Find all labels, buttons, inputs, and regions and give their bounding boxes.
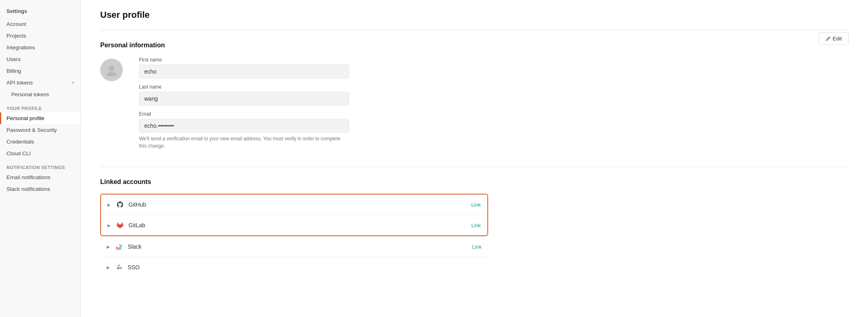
plain-accounts-group: ▶ Slack Link ▶	[100, 236, 488, 277]
chevron-down-icon: ▾	[72, 80, 74, 85]
email-label: Email	[139, 111, 349, 117]
email-group: Email We'll send a verification email to…	[139, 111, 349, 150]
linked-accounts-section: Linked accounts ▶ GitHub Link ▶	[100, 167, 849, 289]
avatar-icon	[105, 64, 118, 76]
sidebar-item-cloud-cli[interactable]: Cloud CLI	[0, 148, 80, 159]
github-link-button[interactable]: Link	[471, 202, 481, 208]
email-input[interactable]	[139, 119, 349, 133]
sidebar-item-personal-profile[interactable]: Personal profile	[0, 112, 80, 124]
sidebar-section-label-profile: Your profile	[0, 100, 80, 112]
sidebar-item-password-security[interactable]: Password & Security	[0, 124, 80, 136]
sidebar-item-email-notifications[interactable]: Email notifications	[0, 171, 80, 183]
gitlab-icon	[116, 221, 124, 230]
sidebar-item-integrations[interactable]: Integrations	[0, 42, 80, 53]
page-title: User profile	[100, 10, 849, 20]
svg-point-1	[107, 72, 116, 76]
github-icon	[116, 200, 124, 209]
edit-button[interactable]: Edit	[819, 32, 849, 45]
svg-point-0	[109, 66, 114, 71]
github-label: GitHub	[129, 201, 146, 208]
slack-icon	[115, 242, 124, 251]
sso-icon	[115, 263, 124, 272]
personal-info-section: Personal information First name Last nam…	[100, 30, 849, 167]
sidebar-item-slack-notifications[interactable]: Slack notifications	[0, 183, 80, 195]
expand-gitlab-icon[interactable]: ▶	[107, 223, 111, 228]
last-name-label: Last name	[139, 84, 349, 90]
pencil-icon	[826, 36, 831, 41]
expand-github-icon[interactable]: ▶	[107, 203, 111, 207]
sidebar-item-users[interactable]: Users	[0, 53, 80, 65]
sso-label: SSO	[128, 264, 140, 271]
sidebar-title: Settings	[0, 6, 80, 18]
linked-account-sso: ▶ SSO	[100, 257, 488, 277]
expand-slack-icon[interactable]: ▶	[107, 245, 110, 249]
slack-label: Slack	[128, 243, 141, 250]
email-note: We'll send a verification email to your …	[139, 135, 349, 150]
sidebar-item-api-tokens[interactable]: API tokens ▾	[0, 77, 80, 89]
linked-accounts-title: Linked accounts	[100, 178, 849, 186]
sidebar-section-label-notifications: Notification settings	[0, 159, 80, 171]
avatar	[100, 59, 123, 81]
profile-form: First name Last name Email We'll send a …	[139, 57, 349, 155]
linked-account-github: ▶ GitHub Link	[101, 194, 487, 215]
sidebar-item-account[interactable]: Account	[0, 18, 80, 30]
first-name-label: First name	[139, 57, 349, 63]
avatar-area	[100, 57, 123, 81]
sidebar-item-personal-tokens[interactable]: Personal tokens	[0, 89, 80, 100]
sidebar: Settings Account Projects Integrations U…	[0, 0, 81, 317]
last-name-group: Last name	[139, 84, 349, 106]
main-content: User profile Edit Personal information F…	[81, 0, 868, 317]
slack-link-button[interactable]: Link	[472, 244, 482, 250]
svg-point-2	[117, 267, 119, 269]
sidebar-item-billing[interactable]: Billing	[0, 65, 80, 77]
personal-info-title: Personal information	[100, 42, 849, 49]
gitlab-label: GitLab	[129, 222, 145, 228]
sidebar-item-credentials[interactable]: Credentials	[0, 136, 80, 148]
first-name-input[interactable]	[139, 65, 349, 78]
highlighted-accounts-group: ▶ GitHub Link ▶	[100, 194, 488, 236]
expand-sso-icon[interactable]: ▶	[107, 265, 110, 270]
gitlab-link-button[interactable]: Link	[471, 222, 481, 228]
linked-account-slack: ▶ Slack Link	[100, 236, 488, 257]
last-name-input[interactable]	[139, 92, 349, 106]
sidebar-item-projects[interactable]: Projects	[0, 30, 80, 42]
sidebar-section-top: Account Projects Integrations Users Bill…	[0, 18, 80, 100]
linked-account-gitlab: ▶ GitLab Link	[101, 215, 487, 235]
first-name-group: First name	[139, 57, 349, 78]
linked-accounts-list: ▶ GitHub Link ▶	[100, 194, 488, 277]
